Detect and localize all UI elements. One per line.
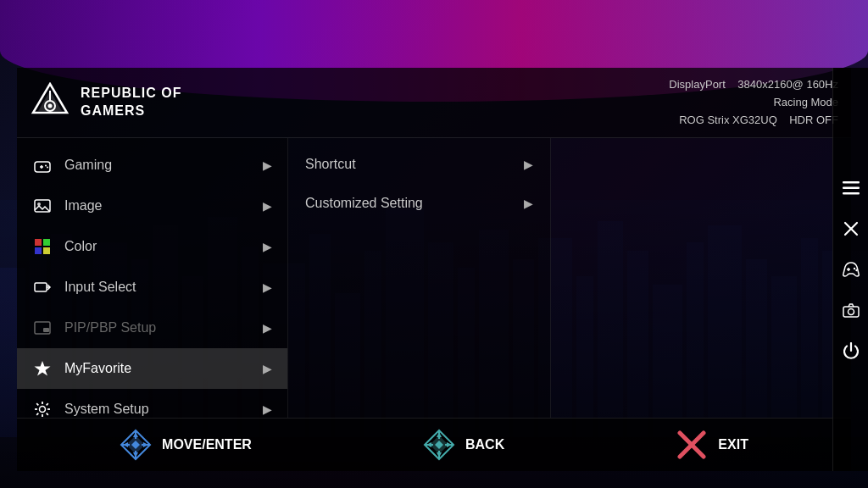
gaming-label: Gaming [64,158,251,173]
rog-icon [30,82,70,123]
svg-line-59 [36,413,38,415]
system-setup-arrow: ▶ [263,402,272,416]
osd-header: REPUBLIC OF GAMERS DisplayPort 3840x2160… [17,68,851,138]
svg-rect-85 [843,181,860,184]
rog-title: REPUBLIC OF GAMERS [81,85,181,120]
menu-left: Gaming ▶ Image ▶ [17,138,288,418]
exit-x-icon [676,429,708,461]
input-select-arrow: ▶ [263,280,272,294]
image-label: Image [64,198,251,214]
side-controls [832,68,868,471]
menu-item-pip-pbp[interactable]: PIP/PBP Setup ▶ [17,308,287,348]
input-select-label: Input Select [64,280,251,295]
color-icon [32,236,53,257]
back-diamond-icon [423,429,455,461]
svg-point-93 [855,269,857,271]
menu-item-system-setup[interactable]: System Setup ▶ [17,389,287,430]
menu-item-input-select[interactable]: Input Select ▶ [17,267,287,308]
monitor-label: ROG Strix XG32UQ [679,114,777,126]
svg-rect-44 [43,239,50,246]
nav-back: BACK [423,429,504,461]
svg-point-34 [48,104,53,108]
menu-item-image[interactable]: Image ▶ [17,186,287,226]
gamepad-button[interactable] [838,257,864,282]
resolution-label: 3840x2160@ 160Hz [737,78,838,91]
menu-item-color[interactable]: Color ▶ [17,226,287,267]
gaming-icon [32,155,53,175]
svg-rect-45 [35,247,42,254]
svg-rect-47 [35,283,47,291]
image-icon [32,196,53,216]
hdr-label: HDR OFF [789,114,838,126]
move-enter-label: MOVE/ENTER [162,437,252,452]
mode-label: Racing Mode [669,94,838,112]
color-arrow: ▶ [263,240,272,253]
nav-exit: EXIT [676,429,748,461]
color-label: Color [64,239,251,254]
svg-marker-51 [35,361,51,376]
menu-middle: Shortcut ▶ Customized Setting ▶ [288,138,551,418]
nav-move-enter: MOVE/ENTER [120,429,252,461]
exit-label: EXIT [718,437,748,452]
svg-rect-46 [43,247,50,254]
svg-rect-43 [35,239,42,246]
display-info: DisplayPort 3840x2160@ 160Hz Racing Mode… [669,76,838,129]
osd-body: Gaming ▶ Image ▶ [17,138,851,418]
svg-line-60 [47,404,48,406]
move-enter-diamond-icon [120,429,152,461]
input-icon [32,277,53,297]
gaming-arrow: ▶ [263,158,272,172]
camera-button[interactable] [838,297,864,323]
back-label: BACK [465,437,504,452]
customized-setting-arrow: ▶ [524,197,533,210]
svg-point-40 [47,167,48,169]
svg-point-52 [40,407,46,413]
shortcut-label: Shortcut [305,157,512,172]
svg-point-95 [848,309,854,315]
system-setup-label: System Setup [64,402,251,417]
rog-logo: REPUBLIC OF GAMERS [30,82,181,123]
image-arrow: ▶ [263,199,272,213]
svg-point-39 [45,165,47,167]
close-button[interactable] [838,216,864,241]
myfavorite-arrow: ▶ [263,362,272,375]
menu-item-myfavorite[interactable]: MyFavorite ▶ [17,348,287,389]
osd-container: REPUBLIC OF GAMERS DisplayPort 3840x2160… [17,68,851,471]
customized-setting-label: Customized Setting [305,196,512,211]
pip-icon [32,318,53,338]
svg-rect-87 [843,192,860,195]
menu-right-panel [551,138,851,418]
svg-line-57 [36,404,38,406]
star-icon [32,358,53,379]
shortcut-arrow: ▶ [524,158,533,171]
submenu-item-shortcut[interactable]: Shortcut ▶ [288,145,550,184]
svg-line-58 [47,413,48,415]
display-port-label: DisplayPort [669,78,725,91]
menu-item-gaming[interactable]: Gaming ▶ [17,145,287,186]
power-button[interactable] [838,338,864,363]
svg-rect-50 [43,328,49,332]
svg-point-92 [853,268,854,269]
wrench-icon [32,399,53,419]
pip-pbp-label: PIP/PBP Setup [64,320,251,336]
menu-lines-button[interactable] [838,175,864,201]
svg-rect-86 [843,187,860,190]
myfavorite-label: MyFavorite [64,361,251,376]
submenu-item-customized-setting[interactable]: Customized Setting ▶ [288,184,550,223]
pip-arrow: ▶ [263,321,272,335]
